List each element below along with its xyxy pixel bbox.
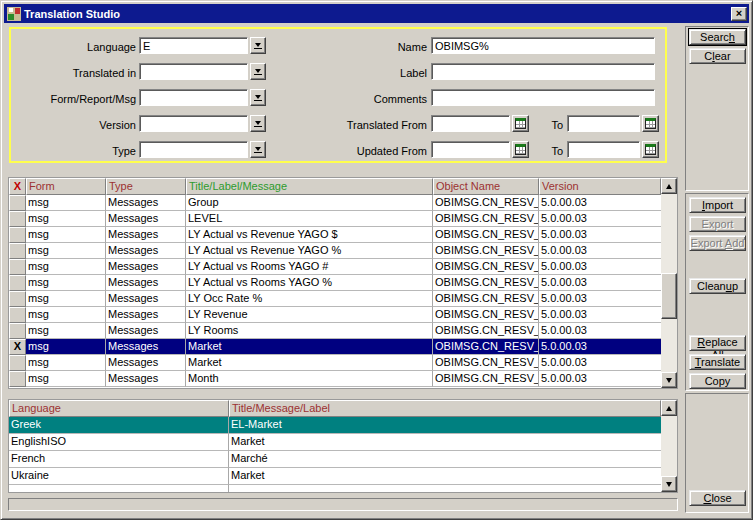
row-mark-cell[interactable] — [9, 195, 26, 211]
updated-from-input[interactable] — [431, 141, 510, 158]
cell-type[interactable]: Messages — [106, 275, 186, 291]
version-dropdown-button[interactable] — [250, 115, 266, 132]
cell-type[interactable]: Messages — [106, 355, 186, 371]
cell-title[interactable]: Market — [186, 339, 433, 355]
clear-button[interactable]: Clear — [689, 48, 746, 64]
table-row[interactable]: msgMessagesLY Actual vs Revenue YAGO %OB… — [9, 243, 661, 259]
cell-version[interactable]: 5.0.00.03 — [539, 323, 661, 339]
cell-title-message-label[interactable]: Market — [229, 468, 661, 485]
cell-object-name[interactable]: OBIMSG.CN_RESV_PACE — [433, 371, 539, 387]
cell-type[interactable]: Messages — [106, 323, 186, 339]
cell-title[interactable]: LY Revenue — [186, 307, 433, 323]
cell-object-name[interactable]: OBIMSG.CN_RESV_PACE — [433, 291, 539, 307]
cell-version[interactable]: 5.0.00.03 — [539, 371, 661, 387]
translate-button[interactable]: Translate — [689, 354, 746, 370]
cell-type[interactable]: Messages — [106, 259, 186, 275]
version-input[interactable] — [139, 115, 248, 132]
cell-form[interactable]: msg — [26, 307, 106, 323]
cell-version[interactable]: 5.0.00.03 — [539, 195, 661, 211]
export-button[interactable]: Export — [689, 216, 746, 232]
cell-title-message-label[interactable]: Market — [229, 434, 661, 451]
row-mark-cell[interactable]: X — [9, 339, 26, 355]
cell-form[interactable]: msg — [26, 243, 106, 259]
row-mark-cell[interactable] — [9, 291, 26, 307]
cell-type[interactable]: Messages — [106, 243, 186, 259]
replace-all-button[interactable]: Replace All — [689, 335, 746, 351]
cell-language[interactable]: Greek — [9, 417, 229, 434]
import-button[interactable]: Import — [689, 197, 746, 213]
cell-type[interactable]: Messages — [106, 339, 186, 355]
cleanup-button[interactable]: Cleanup — [689, 278, 746, 294]
table-row[interactable]: msgMessagesMonthOBIMSG.CN_RESV_PACE5.0.0… — [9, 371, 661, 387]
scroll-up-icon[interactable] — [661, 400, 677, 416]
cell-title[interactable]: LY Occ Rate % — [186, 291, 433, 307]
cell-title[interactable]: LY Rooms — [186, 323, 433, 339]
cell-version[interactable]: 5.0.00.03 — [539, 211, 661, 227]
table-row[interactable]: msgMessagesLY Actual vs Revenue YAGO $OB… — [9, 227, 661, 243]
translated-to-input[interactable] — [567, 115, 640, 132]
table-row[interactable]: XmsgMessagesMarketOBIMSG.CN_RESV_PACE5.0… — [9, 339, 661, 355]
results-grid-scrollbar[interactable] — [661, 178, 677, 388]
cell-title[interactable]: LY Actual vs Rooms YAGO # — [186, 259, 433, 275]
name-input[interactable] — [431, 37, 655, 54]
language-input[interactable] — [139, 37, 248, 54]
cell-title[interactable]: Market — [186, 355, 433, 371]
translated-in-input[interactable] — [139, 63, 248, 80]
row-mark-cell[interactable] — [9, 243, 26, 259]
form-report-msg-input[interactable] — [139, 89, 248, 106]
cell-type[interactable]: Messages — [106, 195, 186, 211]
table-row[interactable]: msgMessagesGroupOBIMSG.CN_RESV_PACE5.0.0… — [9, 195, 661, 211]
cell-object-name[interactable]: OBIMSG.CN_RESV_PACE — [433, 211, 539, 227]
row-mark-cell[interactable] — [9, 227, 26, 243]
cell-form[interactable]: msg — [26, 259, 106, 275]
close-button[interactable]: Close — [689, 490, 746, 506]
table-row[interactable]: msgMessagesMarketOBIMSG.CN_RESV_PACE5.0.… — [9, 355, 661, 371]
row-mark-cell[interactable] — [9, 275, 26, 291]
cell-language[interactable] — [9, 485, 229, 492]
app-icon[interactable] — [7, 7, 21, 21]
cell-language[interactable]: EnglishISO — [9, 434, 229, 451]
cell-form[interactable]: msg — [26, 227, 106, 243]
translated-from-input[interactable] — [431, 115, 510, 132]
row-mark-cell[interactable] — [9, 323, 26, 339]
cell-type[interactable]: Messages — [106, 211, 186, 227]
cell-form[interactable]: msg — [26, 339, 106, 355]
list-item[interactable] — [9, 485, 661, 492]
scrollbar-thumb[interactable] — [661, 273, 677, 319]
cell-type[interactable]: Messages — [106, 291, 186, 307]
updated-to-input[interactable] — [567, 141, 640, 158]
table-row[interactable]: msgMessagesLY Actual vs Rooms YAGO %OBIM… — [9, 275, 661, 291]
search-button[interactable]: Search — [689, 29, 746, 45]
cell-object-name[interactable]: OBIMSG.CN_RESV_PACE — [433, 227, 539, 243]
cell-type[interactable]: Messages — [106, 227, 186, 243]
cell-version[interactable]: 5.0.00.03 — [539, 243, 661, 259]
cell-title[interactable]: LEVEL — [186, 211, 433, 227]
cell-object-name[interactable]: OBIMSG.CN_RESV_PACE — [433, 339, 539, 355]
cell-form[interactable]: msg — [26, 291, 106, 307]
table-row[interactable]: msgMessagesLY Actual vs Rooms YAGO #OBIM… — [9, 259, 661, 275]
list-item[interactable]: FrenchMarché — [9, 451, 661, 468]
cell-object-name[interactable]: OBIMSG.CN_RESV_PACE — [433, 275, 539, 291]
translations-grid-scrollbar[interactable] — [661, 400, 677, 492]
table-row[interactable]: msgMessagesLEVELOBIMSG.CN_RESV_PACE5.0.0… — [9, 211, 661, 227]
type-input[interactable] — [139, 141, 248, 158]
cell-title-message-label[interactable] — [229, 485, 661, 492]
form-report-msg-dropdown-button[interactable] — [250, 89, 266, 106]
cell-language[interactable]: French — [9, 451, 229, 468]
cell-object-name[interactable]: OBIMSG.CN_RESV_PACE — [433, 355, 539, 371]
type-dropdown-button[interactable] — [250, 141, 266, 158]
list-item[interactable]: GreekEL-Market — [9, 417, 661, 434]
cell-type[interactable]: Messages — [106, 307, 186, 323]
cell-object-name[interactable]: OBIMSG.CN_RESV_PACE — [433, 243, 539, 259]
cell-form[interactable]: msg — [26, 355, 106, 371]
cell-form[interactable]: msg — [26, 195, 106, 211]
scroll-down-icon[interactable] — [661, 372, 677, 388]
cell-title-message-label[interactable]: EL-Market — [229, 417, 661, 434]
cell-object-name[interactable]: OBIMSG.CN_RESV_PACE — [433, 323, 539, 339]
cell-object-name[interactable]: OBIMSG.CN_RESV_PACE — [433, 259, 539, 275]
cell-title[interactable]: LY Actual vs Rooms YAGO % — [186, 275, 433, 291]
cell-version[interactable]: 5.0.00.03 — [539, 339, 661, 355]
cell-version[interactable]: 5.0.00.03 — [539, 307, 661, 323]
updated-to-calendar-button[interactable] — [642, 141, 659, 158]
cell-title[interactable]: LY Actual vs Revenue YAGO % — [186, 243, 433, 259]
